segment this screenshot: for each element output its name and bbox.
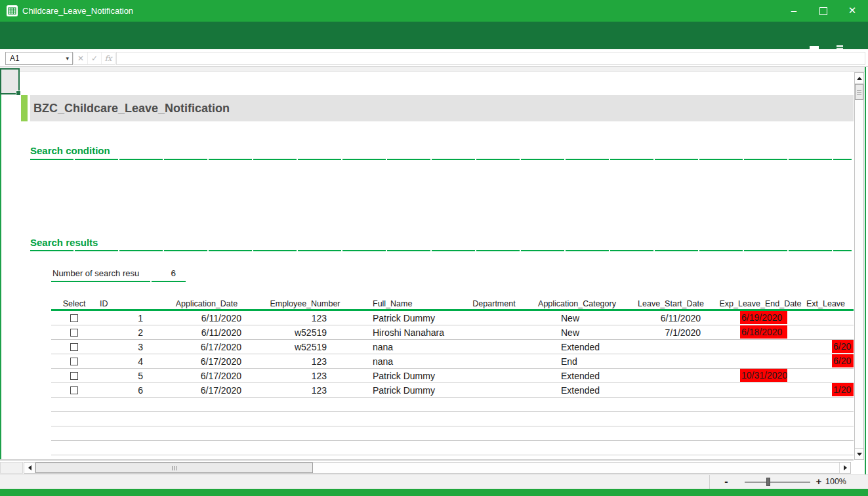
cell-leave_start_date: 7/1/2020: [627, 325, 715, 339]
chevron-down-icon[interactable]: ▾: [66, 52, 69, 64]
cell-ext_leave_end_date: [806, 311, 854, 325]
highlighted-date-cell: 1/20: [832, 383, 854, 396]
row-select-checkbox[interactable]: [70, 314, 78, 322]
ribbon: x: [0, 22, 868, 49]
table-row: 66/17/2020123Patrick DummyExtended1/20: [51, 383, 854, 398]
maximize-icon: [819, 7, 827, 15]
name-box[interactable]: A1 ▾: [5, 52, 73, 65]
row-select-checkbox[interactable]: [70, 372, 78, 380]
result-count-value: 6: [151, 267, 185, 280]
scrollbar-corner: [0, 462, 23, 474]
highlighted-date-cell: 10/31/2020: [740, 369, 787, 382]
formula-button-group: ✕ ✓ fx: [73, 52, 115, 65]
highlighted-date-cell: 6/20: [832, 354, 854, 367]
cell-ext_leave_end_date: 6/20: [806, 340, 854, 354]
cell-full_name: Patrick Dummy: [354, 311, 461, 325]
cell-application_category: New: [527, 311, 627, 325]
cell-full_name: Patrick Dummy: [354, 369, 461, 382]
section-search-condition: Search condition: [30, 145, 110, 157]
grip-icon: [857, 90, 861, 94]
cell-select: [51, 311, 97, 325]
column-header-full_name: Full_Name: [354, 298, 461, 311]
column-header-exp_leave_end_date: Exp_Leave_End_Date: [715, 298, 806, 311]
cell-full_name: Hiroshi Nanahara: [354, 325, 461, 339]
cell-id: 3: [97, 340, 157, 354]
name-box-value: A1: [10, 54, 20, 63]
cell-department: [461, 354, 527, 368]
cell-select: [51, 325, 97, 339]
grip-icon: [172, 466, 176, 470]
column-header-leave_start_date: Leave_Start_Date: [627, 298, 715, 311]
cell-application_category: End: [527, 354, 627, 368]
row-select-checkbox[interactable]: [70, 358, 78, 365]
table-header-row: SelectIDApplication_DateEmployee_NumberF…: [51, 298, 854, 311]
zoom-slider-thumb[interactable]: [766, 478, 770, 486]
cell-application_category: Extended: [527, 340, 627, 354]
minimize-button[interactable]: –: [784, 0, 804, 22]
sheet-bottom-edge: [0, 459, 854, 461]
cell-application_date: 6/11/2020: [157, 325, 256, 339]
titlebar: Childcare_Leave_Notification – ✕: [0, 0, 868, 22]
row-select-checkbox[interactable]: [70, 386, 78, 394]
highlighted-date-cell: 6/19/2020: [740, 311, 787, 324]
zoom-in-button[interactable]: +: [813, 475, 825, 489]
cell-select: [51, 340, 97, 354]
cell-department: [461, 311, 527, 325]
zoom-level: 100%: [825, 475, 846, 489]
cell-select: [51, 354, 97, 368]
window-title: Childcare_Leave_Notification: [22, 0, 133, 22]
triangle-left-icon: [26, 465, 31, 470]
empty-table-row: [51, 398, 854, 412]
empty-table-row: [51, 412, 854, 426]
cell-ext_leave_end_date: 6/20: [806, 354, 854, 368]
fill-handle[interactable]: [16, 91, 21, 96]
cell-exp_leave_end_date: [715, 340, 806, 354]
cell-employee_number: w52519: [256, 325, 354, 339]
maximize-button[interactable]: [814, 0, 833, 22]
result-count-underline: [51, 281, 186, 282]
spreadsheet-app-icon: [7, 5, 18, 16]
close-button[interactable]: ✕: [842, 0, 862, 22]
cell-ext_leave_end_date: [806, 325, 854, 339]
horizontal-scrollbar-thumb[interactable]: [35, 463, 313, 473]
cell-department: [461, 369, 527, 382]
vertical-scrollbar[interactable]: [854, 72, 864, 460]
cancel-formula-button[interactable]: ✕: [74, 52, 88, 64]
section-underline: [30, 159, 852, 160]
cell-application_date: 6/17/2020: [157, 340, 256, 354]
horizontal-scrollbar[interactable]: [24, 462, 851, 474]
vertical-scrollbar-thumb[interactable]: [855, 84, 863, 100]
scroll-right-button[interactable]: [839, 463, 850, 473]
cell-application_category: New: [527, 325, 627, 339]
cell-exp_leave_end_date: 6/19/2020: [715, 311, 806, 325]
zoom-slider-track[interactable]: [745, 482, 810, 483]
formula-input[interactable]: [116, 52, 865, 65]
selected-cell-a1[interactable]: [0, 68, 20, 94]
cell-ext_leave_end_date: [806, 369, 854, 382]
cell-exp_leave_end_date: 6/18/2020: [715, 325, 806, 339]
zoom-out-button[interactable]: -: [720, 475, 732, 489]
enter-formula-button[interactable]: ✓: [88, 52, 102, 64]
status-bar-separator: [709, 475, 710, 489]
sheet-right-edge: [865, 67, 866, 489]
cell-leave_start_date: [627, 340, 715, 354]
row-select-checkbox[interactable]: [70, 329, 78, 337]
scroll-down-button[interactable]: [855, 448, 863, 459]
column-header-department: Department: [461, 298, 527, 311]
scroll-up-button[interactable]: [855, 73, 863, 84]
highlighted-date-cell: 6/18/2020: [740, 325, 787, 339]
triangle-up-icon: [857, 74, 862, 80]
title-accent-bar: [21, 95, 28, 121]
table-row: 36/17/2020w52519nanaExtended6/20: [51, 340, 854, 354]
cell-application_date: 6/17/2020: [157, 354, 256, 368]
cell-application_category: Extended: [527, 383, 627, 397]
highlighted-date-cell: 6/20: [832, 340, 854, 353]
insert-function-button[interactable]: fx: [102, 52, 115, 64]
row-select-checkbox[interactable]: [70, 343, 78, 351]
cell-leave_start_date: [627, 369, 715, 382]
cell-application_category: Extended: [527, 369, 627, 382]
scroll-left-button[interactable]: [24, 463, 35, 473]
cell-application_date: 6/17/2020: [157, 369, 256, 382]
cell-select: [51, 369, 97, 382]
cell-id: 2: [97, 325, 157, 339]
